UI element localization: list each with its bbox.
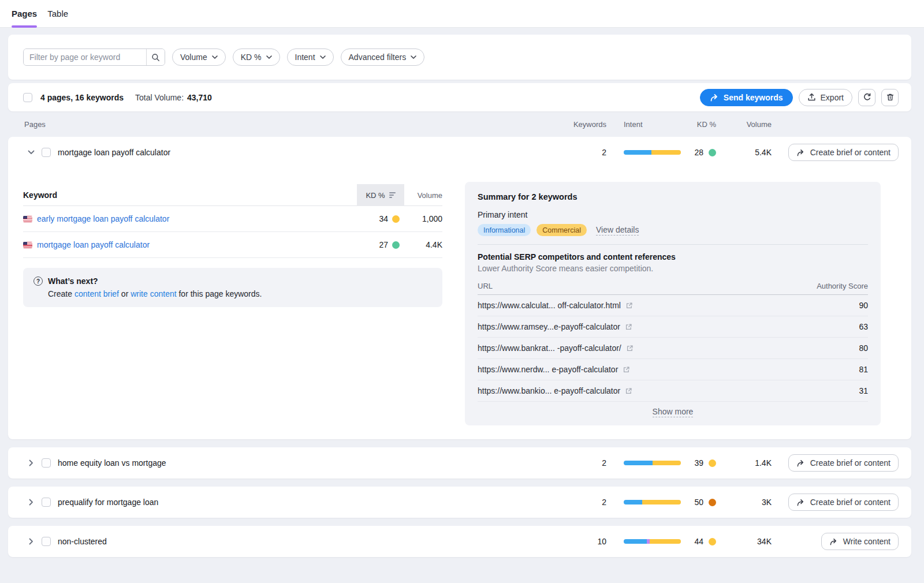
chevron-down-icon (28, 150, 35, 155)
keyword-link[interactable]: early mortgage loan payoff calculator (37, 214, 169, 223)
keyword-link[interactable]: mortgage loan payoff calculator (37, 240, 150, 249)
write-content-button[interactable]: Write content (821, 533, 899, 550)
chevron-down-icon (212, 55, 218, 59)
page-label: home equity loan vs mortgage (58, 458, 554, 468)
page-row: non-clustered 10 44 34K Write content (8, 526, 911, 557)
chevron-down-icon (266, 55, 272, 59)
page-row: prequalify for mortgage loan 2 50 3K Cre… (8, 487, 911, 518)
create-brief-or-content-button[interactable]: Create brief or content (788, 454, 899, 472)
volume-column: Volume (404, 191, 442, 200)
select-all-checkbox[interactable] (23, 93, 32, 102)
external-link-icon[interactable] (625, 387, 632, 395)
expand-row-button[interactable] (25, 457, 37, 469)
search-button[interactable] (146, 49, 165, 65)
filter-intent-label: Intent (295, 53, 315, 62)
trash-icon (886, 93, 895, 102)
redo-arrow-icon (829, 538, 838, 545)
create-brief-or-content-button[interactable]: Create brief or content (788, 144, 899, 161)
row-checkbox[interactable] (42, 498, 51, 507)
intent-bar (624, 461, 681, 465)
send-keywords-label: Send keywords (724, 93, 783, 102)
competitor-url: https://www.bankio... e-payoff-calculato… (478, 386, 620, 395)
page-row: mortgage loan payoff calculator 2 28 5.4… (8, 137, 911, 168)
row-checkbox[interactable] (42, 458, 51, 468)
kd-dot (709, 499, 716, 506)
kd-dot (709, 538, 716, 545)
total-volume-value: 43,710 (187, 93, 212, 102)
page-detail: Keyword KD % Volume early mortgage loan … (8, 168, 911, 439)
row-checkbox[interactable] (42, 537, 51, 546)
delete-button[interactable] (881, 89, 899, 106)
top-tab-bar: Pages Table (0, 0, 924, 28)
volume-value: 3K (716, 498, 772, 507)
filter-bar: Volume KD % Intent Advanced filters (8, 35, 911, 80)
search-icon (151, 53, 160, 62)
row-action-cell: Create brief or content (783, 144, 899, 161)
page-card-non-clustered: non-clustered 10 44 34K Write content (8, 526, 911, 557)
us-flag-icon (23, 216, 32, 222)
export-label: Export (821, 93, 844, 102)
create-brief-or-content-button[interactable]: Create brief or content (788, 494, 899, 511)
competitor-url: https://www.bankrat... -payoff-calculato… (478, 343, 621, 353)
external-link-icon[interactable] (626, 345, 634, 352)
expand-row-button[interactable] (25, 496, 37, 508)
show-more-link[interactable]: Show more (653, 407, 694, 417)
authority-score: 80 (828, 343, 868, 353)
kd-value: 28 (681, 148, 703, 157)
kd-value: 50 (681, 498, 703, 507)
refresh-icon (863, 93, 871, 102)
authority-score-column: Authority Score (817, 282, 868, 290)
filter-kd-dropdown[interactable]: KD % (233, 48, 280, 66)
kd-column-sorted[interactable]: KD % (357, 184, 404, 206)
content-brief-link[interactable]: content brief (74, 289, 119, 298)
tab-pages-label: Pages (12, 9, 37, 18)
export-icon (807, 93, 816, 102)
export-button[interactable]: Export (799, 89, 852, 106)
tab-table[interactable]: Table (47, 0, 68, 27)
kd-value: 27 (379, 240, 388, 249)
primary-intent-label: Primary intent (478, 210, 868, 219)
intent-bar (624, 539, 681, 544)
advanced-filters-dropdown[interactable]: Advanced filters (341, 48, 425, 66)
redo-arrow-icon (796, 459, 805, 467)
kd-dot (709, 459, 716, 467)
authority-score: 81 (828, 365, 868, 374)
intent-badge-commercial: Commercial (536, 224, 587, 236)
page-label: prequalify for mortgage loan (58, 498, 554, 507)
view-details-link[interactable]: View details (596, 225, 639, 236)
external-link-icon[interactable] (623, 366, 630, 373)
tab-pages[interactable]: Pages (12, 0, 37, 27)
keywords-count: 2 (554, 498, 606, 507)
action-label: Create brief or content (810, 148, 891, 157)
competitor-url: https://www.calculat... off-calculator.h… (478, 301, 621, 310)
total-volume-label: Total Volume: (135, 93, 184, 102)
serp-competitors-subtitle: Lower Authority Score means easier compe… (478, 264, 868, 273)
chevron-right-icon (29, 459, 33, 466)
expand-row-button[interactable] (25, 536, 37, 547)
keyword-column: Keyword (23, 190, 357, 200)
write-content-link[interactable]: write content (131, 289, 176, 298)
selection-toolbar: 4 pages, 16 keywords Total Volume: 43,71… (8, 83, 911, 111)
collapse-row-button[interactable] (25, 147, 37, 158)
search-input[interactable] (24, 49, 146, 65)
redo-arrow-icon (796, 149, 805, 156)
action-label: Write content (843, 537, 891, 546)
page-label: mortgage loan payoff calculator (58, 148, 554, 157)
filter-intent-dropdown[interactable]: Intent (287, 48, 334, 66)
keywords-count: 10 (554, 537, 606, 546)
volume-value: 4.4K (404, 240, 442, 249)
search-input-wrap (23, 48, 165, 66)
summary-panel: Summary for 2 keywords Primary intent In… (465, 182, 881, 425)
filter-volume-dropdown[interactable]: Volume (172, 48, 226, 66)
keywords-count: 2 (554, 148, 606, 157)
kd-dot (392, 215, 400, 223)
refresh-button[interactable] (858, 89, 875, 106)
competitor-url: https://www.ramsey...e-payoff-calculator (478, 322, 620, 331)
chevron-right-icon (29, 538, 33, 545)
send-keywords-button[interactable]: Send keywords (700, 89, 793, 106)
external-link-icon[interactable] (625, 302, 633, 309)
external-link-icon[interactable] (625, 323, 632, 331)
kd-value: 44 (681, 537, 703, 546)
row-checkbox[interactable] (42, 148, 51, 157)
action-label: Create brief or content (810, 458, 891, 468)
